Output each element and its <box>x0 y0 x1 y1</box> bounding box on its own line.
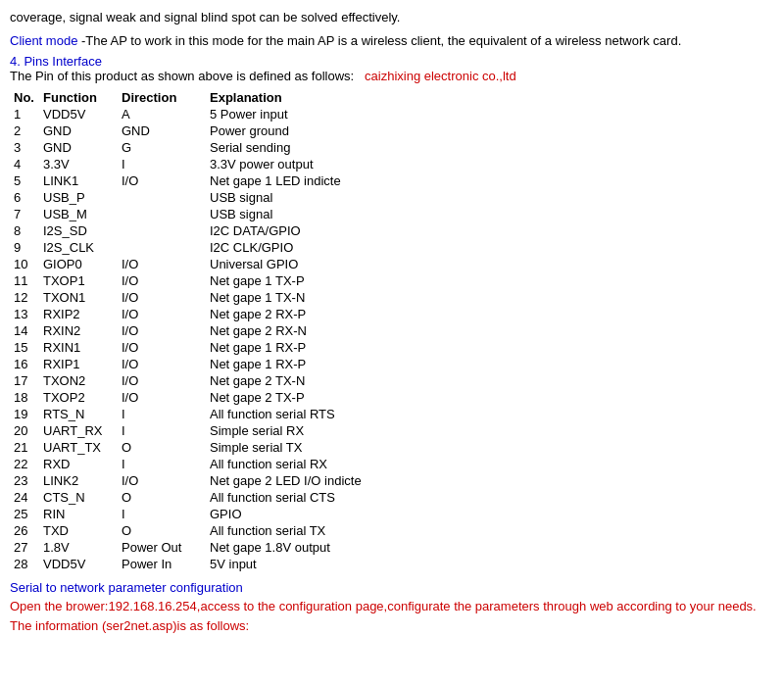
cell-explanation: USB signal <box>206 206 774 222</box>
cell-no: 5 <box>10 172 39 189</box>
cell-function: LINK2 <box>39 472 118 489</box>
cell-direction: I <box>118 406 206 422</box>
cell-no: 3 <box>10 139 39 156</box>
cell-direction <box>118 239 206 256</box>
cell-direction: I/O <box>118 472 206 489</box>
cell-direction <box>118 189 206 206</box>
cell-direction: Power In <box>118 556 206 572</box>
cell-explanation: Net gape 2 RX-P <box>206 306 774 322</box>
table-row: 13RXIP2I/ONet gape 2 RX-P <box>10 306 774 322</box>
cell-explanation: All function serial RTS <box>206 406 774 422</box>
cell-function: UART_TX <box>39 439 118 456</box>
cell-function: CTS_N <box>39 489 118 506</box>
cell-function: UART_RX <box>39 422 118 439</box>
cell-no: 9 <box>10 239 39 256</box>
cell-direction: O <box>118 439 206 456</box>
cell-direction: I/O <box>118 322 206 339</box>
cell-no: 18 <box>10 389 39 406</box>
table-row: 11TXOP1I/ONet gape 1 TX-P <box>10 272 774 289</box>
cell-explanation: All function serial RX <box>206 456 774 472</box>
cell-function: VDD5V <box>39 106 118 122</box>
header-explanation: Explanation <box>206 89 774 106</box>
cell-explanation: Power ground <box>206 122 774 139</box>
cell-no: 20 <box>10 422 39 439</box>
cell-function: USB_M <box>39 206 118 222</box>
cell-no: 15 <box>10 339 39 356</box>
section-title: 4. Pins Interface <box>10 54 774 69</box>
pins-interface-title[interactable]: 4. Pins Interface <box>10 54 102 69</box>
coverage-text: coverage, signal weak and signal blind s… <box>10 8 774 27</box>
cell-explanation: GPIO <box>206 506 774 522</box>
cell-function: 3.3V <box>39 156 118 172</box>
cell-direction: O <box>118 522 206 539</box>
cell-no: 17 <box>10 372 39 389</box>
cell-function: GND <box>39 122 118 139</box>
cell-function: TXD <box>39 522 118 539</box>
cell-explanation: Net gape 1 RX-P <box>206 339 774 356</box>
cell-no: 10 <box>10 256 39 272</box>
cell-function: TXOP1 <box>39 272 118 289</box>
cell-explanation: Net gape 2 TX-P <box>206 389 774 406</box>
cell-function: RXIP2 <box>39 306 118 322</box>
client-mode-link[interactable]: Client mode <box>10 33 77 48</box>
cell-function: GIOP0 <box>39 256 118 272</box>
table-row: 8I2S_SDI2C DATA/GPIO <box>10 222 774 239</box>
cell-function: RXIP1 <box>39 356 118 372</box>
cell-direction: I <box>118 456 206 472</box>
cell-explanation: USB signal <box>206 189 774 206</box>
table-row: 23LINK2I/ONet gape 2 LED I/O indicte <box>10 472 774 489</box>
cell-no: 2 <box>10 122 39 139</box>
table-row: 10GIOP0I/OUniversal GPIO <box>10 256 774 272</box>
table-row: 24CTS_NOAll function serial CTS <box>10 489 774 506</box>
cell-no: 7 <box>10 206 39 222</box>
table-row: 12TXON1I/ONet gape 1 TX-N <box>10 289 774 306</box>
cell-direction: I/O <box>118 339 206 356</box>
table-row: 15RXIN1I/ONet gape 1 RX-P <box>10 339 774 356</box>
cell-explanation: 5 Power input <box>206 106 774 122</box>
cell-explanation: Net gape 1 TX-N <box>206 289 774 306</box>
cell-no: 4 <box>10 156 39 172</box>
table-row: 26TXDOAll function serial TX <box>10 522 774 539</box>
table-row: 19RTS_NIAll function serial RTS <box>10 406 774 422</box>
table-row: 14RXIN2I/ONet gape 2 RX-N <box>10 322 774 339</box>
cell-no: 22 <box>10 456 39 472</box>
table-header-row: No. Function Direction Explanation <box>10 89 774 106</box>
cell-explanation: 5V input <box>206 556 774 572</box>
cell-function: VDD5V <box>39 556 118 572</box>
cell-function: LINK1 <box>39 172 118 189</box>
cell-direction: I/O <box>118 256 206 272</box>
cell-no: 28 <box>10 556 39 572</box>
table-row: 2GNDGNDPower ground <box>10 122 774 139</box>
cell-function: USB_P <box>39 189 118 206</box>
table-row: 28VDD5VPower In5V input <box>10 556 774 572</box>
cell-direction: I <box>118 506 206 522</box>
cell-function: TXOP2 <box>39 389 118 406</box>
cell-no: 24 <box>10 489 39 506</box>
table-row: 43.3VI3.3V power output <box>10 156 774 172</box>
cell-no: 11 <box>10 272 39 289</box>
serial-config-link[interactable]: Serial to network parameter configuratio… <box>10 580 774 595</box>
cell-explanation: Net gape 2 RX-N <box>206 322 774 339</box>
cell-explanation: I2C CLK/GPIO <box>206 239 774 256</box>
cell-function: TXON1 <box>39 289 118 306</box>
cell-direction: I/O <box>118 356 206 372</box>
cell-direction <box>118 222 206 239</box>
cell-function: RXD <box>39 456 118 472</box>
cell-explanation: Net gape 1 RX-P <box>206 356 774 372</box>
cell-function: GND <box>39 139 118 156</box>
cell-direction: Power Out <box>118 539 206 556</box>
cell-explanation: Universal GPIO <box>206 256 774 272</box>
cell-explanation: Net gape 1 TX-P <box>206 272 774 289</box>
cell-no: 19 <box>10 406 39 422</box>
intro-section: coverage, signal weak and signal blind s… <box>10 8 774 50</box>
cell-no: 1 <box>10 106 39 122</box>
table-row: 6USB_PUSB signal <box>10 189 774 206</box>
cell-no: 6 <box>10 189 39 206</box>
header-function: Function <box>39 89 118 106</box>
cell-direction: I/O <box>118 272 206 289</box>
cell-no: 21 <box>10 439 39 456</box>
table-row: 25RINIGPIO <box>10 506 774 522</box>
cell-direction: I/O <box>118 306 206 322</box>
table-row: 21UART_TXOSimple serial TX <box>10 439 774 456</box>
cell-no: 13 <box>10 306 39 322</box>
